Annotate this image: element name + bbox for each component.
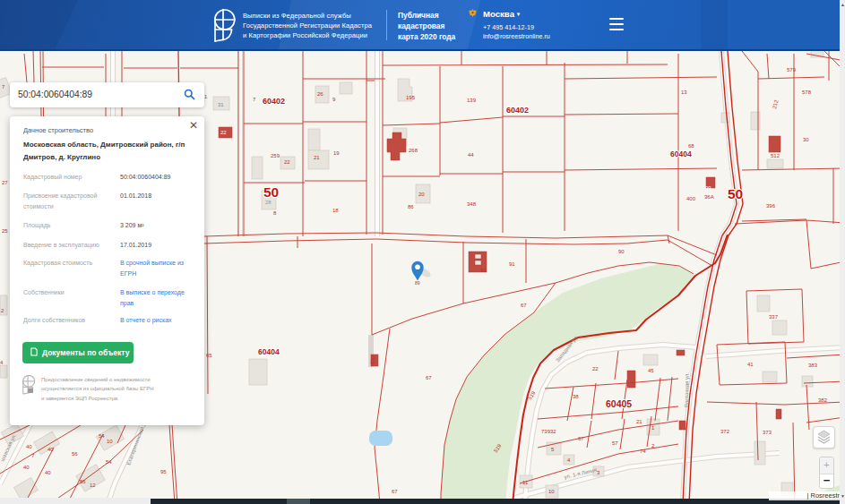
svg-text:95: 95 <box>160 469 167 474</box>
svg-text:512: 512 <box>771 153 780 158</box>
svg-text:99: 99 <box>705 185 711 191</box>
svg-text:89: 89 <box>415 280 420 286</box>
svg-text:259: 259 <box>271 153 280 158</box>
svg-text:21: 21 <box>636 419 642 424</box>
svg-text:13: 13 <box>681 90 687 95</box>
svg-text:54: 54 <box>106 459 112 465</box>
svg-text:73932: 73932 <box>541 429 556 434</box>
svg-text:28: 28 <box>265 200 272 205</box>
svg-text:30: 30 <box>803 137 809 142</box>
svg-text:195: 195 <box>406 95 416 100</box>
svg-text:68: 68 <box>688 143 694 149</box>
svg-text:90: 90 <box>618 249 625 254</box>
svg-text:396: 396 <box>766 203 776 209</box>
svg-text:400: 400 <box>686 196 696 201</box>
svg-text:40: 40 <box>23 465 30 470</box>
svg-text:22: 22 <box>592 366 599 372</box>
svg-text:41: 41 <box>747 362 754 367</box>
svg-text:60402: 60402 <box>263 97 285 106</box>
svg-text:56: 56 <box>72 451 78 457</box>
svg-text:56: 56 <box>80 479 86 484</box>
svg-text:139: 139 <box>467 98 477 103</box>
svg-text:60404: 60404 <box>670 149 692 158</box>
svg-text:Восточная ул.: Восточная ул. <box>684 372 690 407</box>
svg-text:91: 91 <box>480 268 487 273</box>
svg-text:44: 44 <box>468 152 474 158</box>
svg-text:40: 40 <box>45 470 51 475</box>
svg-text:27: 27 <box>2 180 8 185</box>
svg-text:67: 67 <box>392 489 398 494</box>
svg-text:54: 54 <box>99 433 105 439</box>
svg-text:348: 348 <box>467 201 477 207</box>
svg-text:268: 268 <box>409 148 418 153</box>
svg-text:50: 50 <box>728 186 743 201</box>
svg-text:57: 57 <box>612 440 618 446</box>
svg-text:22: 22 <box>284 159 290 165</box>
svg-text:373: 373 <box>763 430 772 435</box>
svg-text:74: 74 <box>640 448 646 454</box>
svg-text:36A: 36A <box>704 194 714 200</box>
svg-text:91: 91 <box>509 261 515 267</box>
svg-text:26: 26 <box>317 91 323 97</box>
svg-text:383: 383 <box>808 363 818 368</box>
svg-text:60404: 60404 <box>258 347 280 356</box>
svg-text:20: 20 <box>418 192 425 197</box>
svg-text:11: 11 <box>522 480 529 485</box>
svg-text:25: 25 <box>2 228 8 234</box>
svg-text:60402: 60402 <box>506 106 529 115</box>
svg-text:65: 65 <box>206 353 212 358</box>
svg-text:67: 67 <box>578 436 584 441</box>
svg-text:579: 579 <box>787 67 797 73</box>
svg-text:337: 337 <box>769 314 779 320</box>
svg-text:19: 19 <box>333 150 340 156</box>
svg-text:60405: 60405 <box>606 398 632 409</box>
svg-text:578: 578 <box>802 90 812 95</box>
svg-text:31: 31 <box>218 102 224 107</box>
svg-text:382: 382 <box>818 397 828 403</box>
svg-text:10: 10 <box>548 489 555 494</box>
svg-text:21: 21 <box>314 155 320 160</box>
svg-text:40: 40 <box>26 444 32 449</box>
svg-text:18: 18 <box>332 208 339 213</box>
svg-text:372: 372 <box>720 429 730 434</box>
svg-text:50: 50 <box>263 184 279 200</box>
svg-text:22: 22 <box>220 130 227 135</box>
svg-text:10: 10 <box>107 439 113 444</box>
svg-text:67: 67 <box>521 303 527 308</box>
svg-text:12: 12 <box>90 483 96 488</box>
svg-text:40: 40 <box>47 447 54 452</box>
svg-text:67: 67 <box>426 375 432 380</box>
svg-text:45: 45 <box>648 368 654 373</box>
svg-text:38: 38 <box>573 394 579 399</box>
svg-text:86: 86 <box>408 204 414 209</box>
